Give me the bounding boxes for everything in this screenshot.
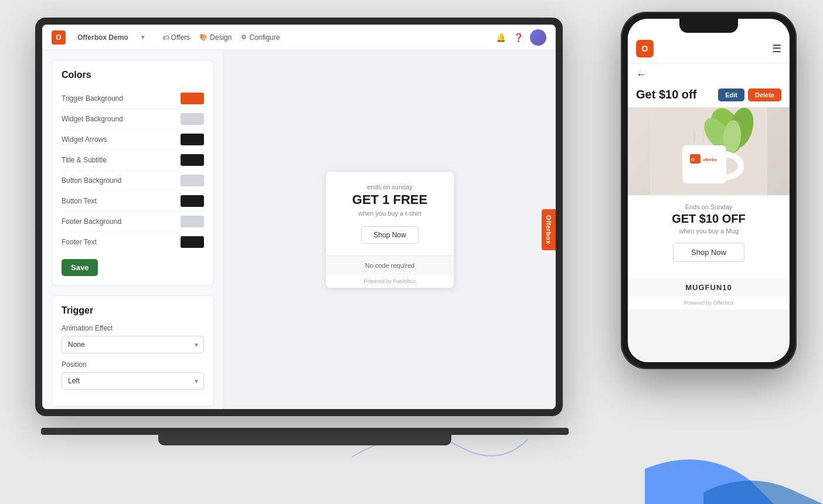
nav-offers[interactable]: 🏷 Offers — [162, 33, 190, 42]
widget-description: when you buy a t-shirt — [335, 210, 444, 217]
trigger-bg-label: Trigger Background — [62, 94, 123, 103]
phone-offer-card: Ends on Sunday GET $10 OFF when you buy … — [628, 195, 790, 278]
footer-text-row: Footer Text — [62, 232, 204, 252]
trigger-section: Trigger Animation Effect None Bounce Sha… — [52, 295, 214, 407]
save-button[interactable]: Save — [62, 259, 98, 276]
title-subtitle-label: Title & Subtitle — [62, 156, 107, 164]
app-logo-icon: O — [52, 30, 66, 45]
product-illustration: O offerbo — [650, 107, 767, 195]
widget-arrows-label: Widget Arrows — [62, 135, 107, 144]
title-subtitle-swatch[interactable] — [181, 154, 204, 166]
position-select[interactable]: Left Right Bottom Left Bottom Right — [62, 372, 204, 390]
animation-effect-group: Animation Effect None Bounce Shake Pulse… — [62, 324, 204, 353]
footer-bg-label: Footer Background — [62, 217, 121, 226]
animation-effect-select[interactable]: None Bounce Shake Pulse — [62, 336, 204, 353]
widget-subtitle: ends on sunday — [335, 183, 444, 190]
widget-title: GET 1 FREE — [335, 193, 444, 207]
delete-button[interactable]: Delete — [748, 88, 781, 101]
svg-text:O: O — [691, 157, 695, 162]
phone-shop-button[interactable]: Shop Now — [673, 243, 744, 262]
offerbox-side-tab[interactable]: Offerbox — [542, 209, 556, 250]
widget-arrows-row: Widget Arrows — [62, 130, 204, 150]
animation-effect-label: Animation Effect — [62, 324, 204, 332]
widget-bg-label: Widget Background — [62, 115, 123, 123]
user-avatar[interactable] — [530, 29, 546, 46]
app-header: O Offerbox Demo ▼ 🏷 Offers 🎨 Design ⚙ — [42, 25, 556, 50]
button-bg-label: Button Background — [62, 176, 121, 185]
button-text-label: Button Text — [62, 197, 97, 205]
title-subtitle-row: Title & Subtitle — [62, 150, 204, 171]
phone-menu-icon[interactable]: ☰ — [772, 42, 781, 55]
button-bg-swatch[interactable] — [181, 175, 204, 186]
footer-bg-swatch[interactable] — [181, 216, 204, 227]
position-wrapper: Left Right Bottom Left Bottom Right ▼ — [62, 372, 204, 390]
colors-title: Colors — [62, 70, 204, 80]
app-content: Colors Trigger Background Widget Backgro… — [42, 50, 556, 409]
nav-design[interactable]: 🎨 Design — [199, 33, 232, 42]
phone-screen: O ☰ ← Get $10 off Edit Delete — [628, 19, 790, 362]
trigger-bg-swatch[interactable] — [181, 93, 204, 104]
header-right: 🔔 ❓ — [495, 29, 546, 46]
widget-footer: No code required — [326, 256, 454, 275]
footer-text-swatch[interactable] — [181, 236, 204, 248]
widget-bg-swatch[interactable] — [181, 113, 204, 125]
phone-mockup: O ☰ ← Get $10 off Edit Delete — [621, 12, 808, 492]
phone-offer-title: Get $10 off — [636, 88, 696, 101]
position-label: Position — [62, 360, 204, 369]
phone-action-buttons: Edit Delete — [718, 88, 781, 101]
button-text-row: Button Text — [62, 191, 204, 212]
bell-icon[interactable]: 🔔 — [495, 32, 506, 43]
edit-button[interactable]: Edit — [718, 88, 744, 101]
widget-content: ends on sunday GET 1 FREE when you buy a… — [326, 172, 454, 255]
phone-title-row: Get $10 off Edit Delete — [628, 86, 790, 107]
configure-icon: ⚙ — [241, 33, 247, 41]
widget-arrows-swatch[interactable] — [181, 134, 204, 145]
phone-body: O ☰ ← Get $10 off Edit Delete — [621, 12, 797, 369]
phone-promo-code: MUGFUN10 — [628, 278, 790, 297]
laptop-base — [158, 435, 451, 445]
phone-offer-when: when you buy a Mug — [636, 227, 781, 234]
laptop-hinge — [41, 428, 569, 435]
preview-area: ends on sunday GET 1 FREE when you buy a… — [224, 50, 556, 409]
offers-icon: 🏷 — [162, 34, 169, 41]
powered-by-text: Powered by Pasilobus — [326, 275, 454, 288]
button-text-swatch[interactable] — [181, 195, 204, 207]
back-arrow-icon[interactable]: ← — [636, 69, 647, 81]
svg-rect-5 — [682, 145, 726, 183]
widget-bg-row: Widget Background — [62, 109, 204, 130]
design-icon: 🎨 — [199, 33, 208, 41]
brand-caret: ▼ — [140, 34, 146, 40]
animation-effect-wrapper: None Bounce Shake Pulse ▼ — [62, 336, 204, 353]
trigger-bg-row: Trigger Background — [62, 88, 204, 109]
nav-configure[interactable]: ⚙ Configure — [241, 33, 280, 42]
phone-offer-ends: Ends on Sunday — [636, 203, 781, 210]
widget-shop-button[interactable]: Shop Now — [361, 226, 418, 244]
colors-section: Colors Trigger Background Widget Backgro… — [52, 60, 214, 286]
trigger-title: Trigger — [62, 305, 204, 316]
footer-text-label: Footer Text — [62, 238, 97, 246]
phone-offer-main: GET $10 OFF — [636, 212, 781, 226]
help-icon[interactable]: ❓ — [512, 32, 524, 43]
header-nav: 🏷 Offers 🎨 Design ⚙ Configure — [162, 33, 280, 42]
laptop-mockup: O Offerbox Demo ▼ 🏷 Offers 🎨 Design ⚙ — [35, 18, 574, 457]
phone-notch — [679, 19, 738, 33]
no-code-text: No code required — [335, 262, 444, 269]
product-image: O offerbo — [628, 107, 790, 195]
phone-nav-back: ← — [628, 64, 790, 86]
left-panel: Colors Trigger Background Widget Backgro… — [42, 50, 224, 409]
button-bg-row: Button Background — [62, 171, 204, 191]
position-group: Position Left Right Bottom Left Bottom R… — [62, 360, 204, 390]
phone-powered-by: Powered by Offerbox — [628, 297, 790, 309]
app-brand-name: Offerbox Demo — [77, 33, 128, 42]
widget-preview-card: ends on sunday GET 1 FREE when you buy a… — [325, 171, 454, 288]
svg-text:offerbo: offerbo — [703, 158, 717, 162]
phone-app-logo: O — [636, 40, 654, 57]
laptop-body: O Offerbox Demo ▼ 🏷 Offers 🎨 Design ⚙ — [35, 18, 563, 416]
footer-bg-row: Footer Background — [62, 212, 204, 232]
laptop-screen: O Offerbox Demo ▼ 🏷 Offers 🎨 Design ⚙ — [42, 25, 556, 409]
